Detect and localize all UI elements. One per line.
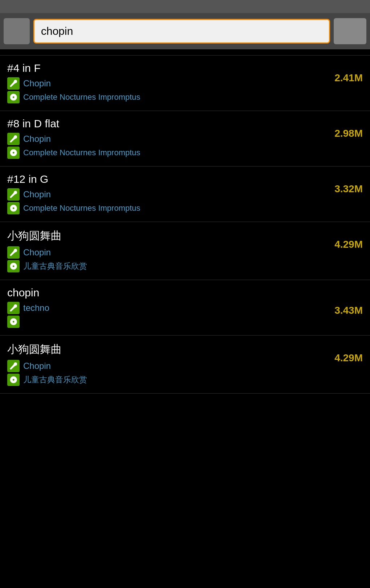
result-item[interactable]: #4 in F Chopin Complete Nocturnes Improm… [0, 55, 370, 111]
result-left: #4 in F Chopin Complete Nocturnes Improm… [7, 62, 323, 105]
result-title: 小狗圆舞曲 [7, 342, 323, 357]
album-row-empty [7, 316, 323, 328]
album-row: Complete Nocturnes Impromptus [7, 91, 323, 103]
artist-name: Chopin [23, 361, 51, 371]
artist-row: Chopin [7, 77, 323, 90]
disc-icon [7, 374, 20, 386]
search-input[interactable] [33, 19, 330, 44]
result-title: #4 in F [7, 62, 323, 74]
artist-row: techno [7, 302, 323, 314]
album-row: 儿童古典音乐欣赏 [7, 260, 323, 272]
album-row: 儿童古典音乐欣赏 [7, 374, 323, 386]
result-left: 小狗圆舞曲 Chopin 儿童古典音乐欣赏 [7, 229, 323, 274]
disc-icon [7, 147, 20, 159]
result-item[interactable]: #12 in G Chopin Complete Nocturnes Impro… [0, 166, 370, 222]
go-button[interactable] [334, 18, 366, 44]
result-left: #8 in D flat Chopin Complete Nocturnes I… [7, 118, 323, 160]
artist-name: Chopin [23, 189, 51, 200]
mic-icon [7, 77, 20, 90]
artist-row: Chopin [7, 133, 323, 145]
result-size: 3.32M [323, 173, 363, 195]
album-name: Complete Nocturnes Impromptus [23, 92, 140, 102]
artist-name: Chopin [23, 247, 51, 258]
partial-top-item[interactable] [0, 49, 370, 55]
result-size: 2.98M [323, 118, 363, 139]
result-title: #8 in D flat [7, 118, 323, 130]
result-title: #12 in G [7, 173, 323, 185]
album-name: Complete Nocturnes Impromptus [23, 148, 140, 157]
result-item[interactable]: chopin techno 3.43M [0, 280, 370, 336]
album-name: Complete Nocturnes Impromptus [23, 203, 140, 213]
mic-icon [7, 360, 20, 372]
result-title: 小狗圆舞曲 [7, 229, 323, 243]
result-left: #12 in G Chopin Complete Nocturnes Impro… [7, 173, 323, 216]
result-item[interactable]: 小狗圆舞曲 Chopin 儿童古典音乐欣赏 4.29M [0, 336, 370, 394]
result-size: 4.29M [323, 229, 363, 250]
result-size: 3.43M [323, 287, 363, 316]
results-container: #4 in F Chopin Complete Nocturnes Improm… [0, 55, 370, 394]
search-bar [0, 13, 370, 49]
artist-name: Chopin [23, 78, 51, 89]
back-button[interactable] [4, 18, 30, 44]
artist-row: Chopin [7, 188, 323, 201]
artist-name: techno [23, 303, 49, 313]
album-name: 儿童古典音乐欣赏 [23, 261, 87, 272]
result-size: 2.41M [323, 62, 363, 84]
result-item[interactable]: 小狗圆舞曲 Chopin 儿童古典音乐欣赏 4.29M [0, 222, 370, 280]
disc-icon [7, 91, 20, 103]
disc-icon [7, 202, 20, 214]
artist-name: Chopin [23, 134, 51, 144]
result-size: 4.29M [323, 342, 363, 364]
result-title: chopin [7, 287, 323, 299]
mic-icon [7, 188, 20, 201]
disc-icon [7, 316, 20, 328]
album-name: 儿童古典音乐欣赏 [23, 374, 87, 385]
result-item[interactable]: #8 in D flat Chopin Complete Nocturnes I… [0, 111, 370, 166]
result-left: 小狗圆舞曲 Chopin 儿童古典音乐欣赏 [7, 342, 323, 387]
mic-icon [7, 133, 20, 145]
mic-icon [7, 302, 20, 314]
result-left: chopin techno [7, 287, 323, 329]
title-bar [0, 0, 370, 13]
mic-icon [7, 246, 20, 259]
artist-row: Chopin [7, 246, 323, 259]
disc-icon [7, 260, 20, 272]
album-row: Complete Nocturnes Impromptus [7, 147, 323, 159]
album-row: Complete Nocturnes Impromptus [7, 202, 323, 214]
artist-row: Chopin [7, 360, 323, 372]
